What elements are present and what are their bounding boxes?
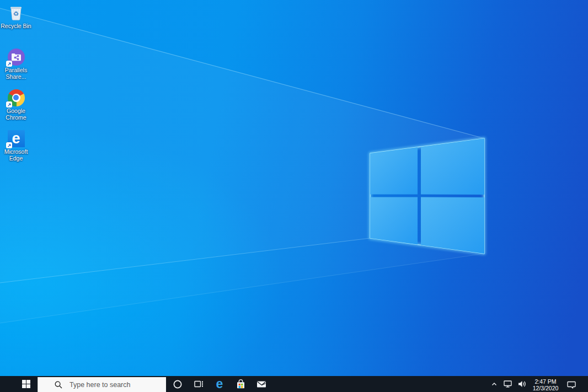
wallpaper-light-rays-and-logo xyxy=(0,0,588,376)
cortana-circle-icon xyxy=(173,379,183,389)
clock-date: 12/3/2020 xyxy=(530,385,561,391)
shortcut-arrow-badge xyxy=(6,142,12,148)
desktop-icon-label: Microsoft xyxy=(4,149,28,155)
taskbar-button-task-view[interactable] xyxy=(188,376,209,392)
search-icon xyxy=(55,381,62,389)
desktop-icon-label: Chrome xyxy=(6,115,26,121)
search-input[interactable] xyxy=(68,380,166,389)
windows-logo xyxy=(370,138,484,254)
desktop-icon-microsoft-edge[interactable]: e Microsoft Edge xyxy=(1,129,31,170)
desktop-icon-label: Share... xyxy=(5,74,27,80)
taskbar: e xyxy=(0,376,588,392)
taskbar-app-buttons: e xyxy=(167,376,272,392)
shortcut-arrow-badge xyxy=(6,101,12,108)
chevron-up-icon xyxy=(491,381,498,388)
tray-clock[interactable]: 2:47 PM 12/3/2020 xyxy=(529,377,562,391)
desktop-icon-label: Parallels xyxy=(5,67,27,74)
recycle-bin-icon: ♻ xyxy=(7,3,25,22)
task-view-icon xyxy=(194,379,204,389)
start-button[interactable] xyxy=(14,376,38,392)
taskbar-button-mail[interactable] xyxy=(251,376,272,392)
windows-desktop: ♻ Recycle Bin xyxy=(0,0,588,392)
tray-network-button[interactable] xyxy=(500,376,515,392)
tray-volume-button[interactable] xyxy=(515,376,529,392)
clock-time: 2:47 PM xyxy=(530,378,561,385)
shortcut-arrow-badge xyxy=(6,61,12,67)
desktop-icon-label: Recycle Bin xyxy=(1,23,31,30)
desktop-icon-label: Edge xyxy=(4,155,28,162)
desktop-icon-label: Google xyxy=(6,108,26,115)
taskbar-button-edge[interactable]: e xyxy=(209,376,230,392)
taskbar-button-store[interactable] xyxy=(230,376,251,392)
desktop-icon-recycle-bin[interactable]: ♻ Recycle Bin xyxy=(1,3,31,47)
speaker-volume-icon xyxy=(517,379,527,389)
store-bag-icon xyxy=(236,379,246,389)
action-center-icon xyxy=(566,379,576,389)
windows-start-icon xyxy=(22,380,30,388)
taskbar-search-box[interactable] xyxy=(38,377,166,392)
action-center-button[interactable] xyxy=(562,376,581,392)
system-tray: 2:47 PM 12/3/2020 xyxy=(488,376,588,392)
desktop-icon-column: ♻ Recycle Bin xyxy=(1,3,31,170)
desktop-icon-parallels-shared[interactable]: Parallels Share... xyxy=(1,47,31,88)
mail-envelope-icon xyxy=(256,379,267,390)
desktop-wallpaper xyxy=(0,0,588,392)
taskbar-button-cortana[interactable] xyxy=(167,376,188,392)
edge-e-icon: e xyxy=(216,378,223,390)
network-ethernet-icon xyxy=(503,379,512,389)
desktop-icon-google-chrome[interactable]: Google Chrome xyxy=(1,88,31,129)
tray-hidden-icons-button[interactable] xyxy=(488,376,500,392)
svg-text:♻: ♻ xyxy=(13,10,19,17)
